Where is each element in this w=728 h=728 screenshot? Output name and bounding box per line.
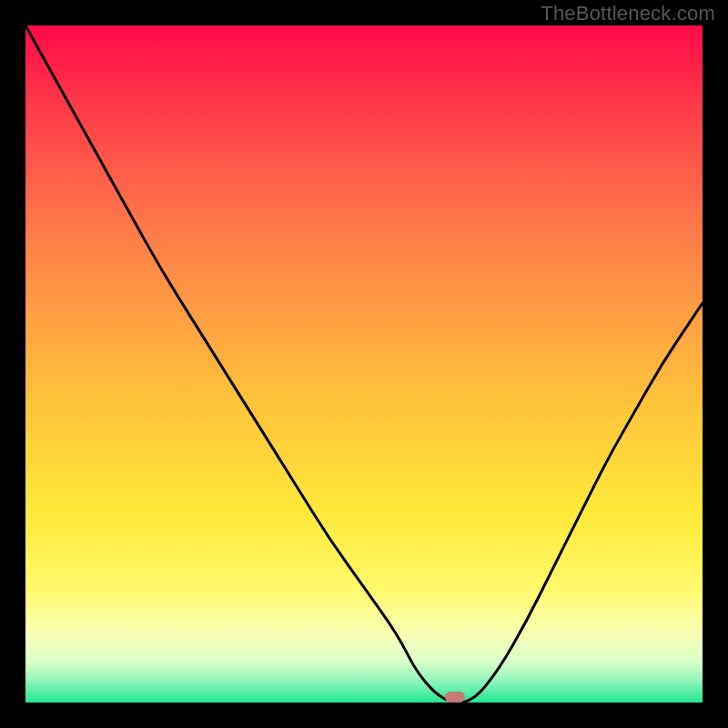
optimal-point-marker xyxy=(445,692,465,703)
curve-path xyxy=(25,25,703,703)
plot-area xyxy=(25,25,703,703)
watermark-text: TheBottleneck.com xyxy=(541,2,715,25)
chart-frame: TheBottleneck.com xyxy=(0,0,728,728)
bottleneck-curve xyxy=(25,25,703,703)
